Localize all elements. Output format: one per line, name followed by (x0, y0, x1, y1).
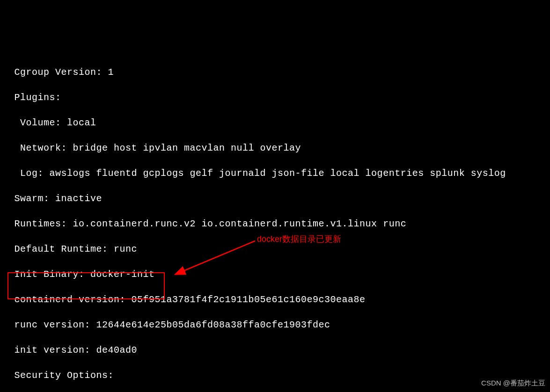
terminal-line: Security Options: (8, 369, 550, 382)
terminal-line: init version: de40ad0 (8, 344, 550, 356)
terminal-output: Cgroup Version: 1 Plugins: Volume: local… (8, 53, 550, 392)
terminal-line: Swarm: inactive (8, 192, 550, 205)
terminal-line: Runtimes: io.containerd.runc.v2 io.conta… (8, 218, 550, 230)
annotation-label: docker数据目录已更新 (257, 233, 341, 246)
terminal-line: runc version: 12644e614e25b05da6fd08a38f… (8, 319, 550, 331)
terminal-line: containerd version: 05f951a3781f4f2c1911… (8, 293, 550, 306)
watermark-text: CSDN @番茄炸土豆 (481, 377, 545, 389)
terminal-line: Log: awslogs fluentd gcplogs gelf journa… (8, 167, 550, 180)
terminal-line: Volume: local (8, 116, 550, 129)
terminal-line: Plugins: (8, 91, 550, 104)
terminal-line: Init Binary: docker-init (8, 268, 550, 281)
terminal-line: Cgroup Version: 1 (8, 66, 550, 79)
terminal-line: Network: bridge host ipvlan macvlan null… (8, 142, 550, 154)
